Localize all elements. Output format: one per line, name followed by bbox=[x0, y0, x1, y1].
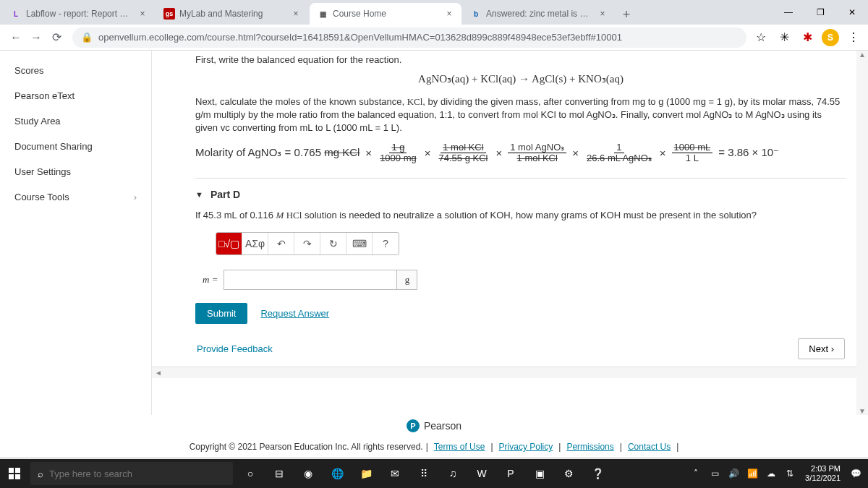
request-answer-link[interactable]: Request Answer bbox=[260, 308, 329, 319]
template-tool[interactable]: □√▢ bbox=[216, 233, 242, 254]
answer-row: m = g bbox=[203, 270, 846, 290]
volume-icon[interactable]: 🔊 bbox=[724, 459, 743, 488]
provide-feedback-link[interactable]: Provide Feedback bbox=[197, 343, 273, 354]
sidebar-item-etext[interactable]: Pearson eText bbox=[0, 83, 151, 108]
submit-button[interactable]: Submit bbox=[195, 303, 247, 324]
tab-favicon: gs bbox=[163, 8, 175, 20]
url-input[interactable]: 🔒 openvellum.ecollege.com/course.html?co… bbox=[72, 27, 746, 48]
tab-title: Course Home bbox=[333, 9, 440, 19]
chevron-right-icon: › bbox=[134, 192, 137, 202]
taskbar-search[interactable]: ⌕ bbox=[30, 462, 233, 485]
tab-favicon: b bbox=[470, 8, 482, 20]
back-button[interactable]: ← bbox=[6, 27, 26, 48]
contact-link[interactable]: Contact Us bbox=[628, 442, 671, 452]
browser-tab[interactable]: L Labflow - report: Report and Dat × bbox=[3, 3, 155, 25]
browser-tab-bar: L Labflow - report: Report and Dat × gs … bbox=[0, 0, 868, 25]
tab-close-icon[interactable]: × bbox=[137, 9, 148, 19]
network-icon[interactable]: 📶 bbox=[743, 459, 762, 488]
instruction-text: First, write the balanced equation for t… bbox=[195, 54, 846, 65]
settings-icon[interactable]: ⚙ bbox=[554, 459, 583, 488]
privacy-link[interactable]: Privacy Policy bbox=[499, 442, 553, 452]
word-icon[interactable]: W bbox=[467, 459, 496, 488]
greek-tool[interactable]: ΑΣφ bbox=[242, 233, 268, 254]
sidebar: Scores Pearson eText Study Area Document… bbox=[0, 51, 152, 415]
taskbar-clock[interactable]: 2:03 PM 3/12/2021 bbox=[799, 464, 846, 483]
next-button[interactable]: Next › bbox=[798, 338, 845, 359]
pearson-logo-icon: P bbox=[407, 419, 420, 432]
sidebar-item-study[interactable]: Study Area bbox=[0, 108, 151, 134]
mail-icon[interactable]: ✉ bbox=[380, 459, 409, 488]
camera-icon[interactable]: ▣ bbox=[525, 459, 554, 488]
triangle-down-icon: ▼ bbox=[195, 190, 203, 199]
part-d-header[interactable]: ▼ Part D bbox=[195, 189, 846, 200]
permissions-link[interactable]: Permissions bbox=[566, 442, 613, 452]
lock-icon: 🔒 bbox=[81, 32, 93, 43]
balanced-equation: AgNO₃(aq) + KCl(aq) → AgCl(s) + KNO₃(aq) bbox=[195, 72, 846, 85]
search-input[interactable] bbox=[49, 468, 226, 479]
browser-tab[interactable]: gs MyLab and Mastering × bbox=[156, 3, 308, 25]
menu-icon[interactable]: ⋮ bbox=[845, 29, 862, 46]
new-tab-button[interactable]: + bbox=[616, 4, 637, 25]
url-text: openvellum.ecollege.com/course.html?cour… bbox=[98, 32, 622, 43]
help-icon[interactable]: ❔ bbox=[583, 459, 612, 488]
onedrive-icon[interactable]: ☁ bbox=[762, 459, 780, 488]
tab-close-icon[interactable]: × bbox=[444, 9, 454, 19]
explanation-paragraph: Next, calculate the moles of the known s… bbox=[195, 95, 846, 135]
edge-icon[interactable]: 🌐 bbox=[323, 459, 352, 488]
reset-tool[interactable]: ↻ bbox=[320, 233, 346, 254]
answer-input[interactable] bbox=[224, 270, 397, 290]
svg-rect-2 bbox=[9, 474, 14, 479]
tab-favicon: L bbox=[10, 8, 22, 20]
spotify-icon[interactable]: ♫ bbox=[438, 459, 467, 488]
molarity-calculation: Molarity of AgNO₃ = 0.765 mg KCl × 1 g10… bbox=[195, 142, 846, 164]
tray-chevron-icon[interactable]: ˄ bbox=[686, 459, 705, 488]
tab-title: Answered: zinc metal is added to bbox=[486, 9, 593, 19]
minimize-button[interactable]: ― bbox=[773, 0, 804, 25]
undo-tool[interactable]: ↶ bbox=[268, 233, 294, 254]
sidebar-item-scores[interactable]: Scores bbox=[0, 58, 151, 83]
redo-tool[interactable]: ↷ bbox=[294, 233, 320, 254]
horizontal-scrollbar[interactable]: ◄► bbox=[152, 367, 868, 378]
extension-icon[interactable]: ✱ bbox=[799, 29, 816, 46]
sidebar-item-tools[interactable]: Course Tools› bbox=[0, 184, 151, 210]
restore-button[interactable]: ❐ bbox=[804, 0, 836, 25]
vertical-scrollbar[interactable]: ▲▼ bbox=[856, 51, 868, 415]
forward-button[interactable]: → bbox=[26, 27, 46, 48]
powerpoint-icon[interactable]: P bbox=[496, 459, 525, 488]
notifications-icon[interactable]: 💬 bbox=[846, 459, 865, 488]
tab-close-icon[interactable]: × bbox=[291, 9, 301, 19]
extension-icon[interactable]: ✳ bbox=[775, 29, 793, 46]
tab-close-icon[interactable]: × bbox=[597, 9, 608, 19]
profile-avatar[interactable]: S bbox=[822, 29, 839, 46]
tab-title: MyLab and Mastering bbox=[179, 9, 286, 19]
system-tray: ˄ ▭ 🔊 📶 ☁ ⇅ 2:03 PM 3/12/2021 💬 bbox=[686, 459, 868, 488]
terms-link[interactable]: Terms of Use bbox=[434, 442, 485, 452]
answer-unit: g bbox=[397, 270, 417, 290]
equation-toolbar: □√▢ ΑΣφ ↶ ↷ ↻ ⌨ ? bbox=[216, 232, 399, 255]
browser-tab-active[interactable]: ▦ Course Home × bbox=[310, 3, 461, 25]
page-body: Scores Pearson eText Study Area Document… bbox=[0, 51, 868, 415]
taskview-icon[interactable]: ⊟ bbox=[265, 459, 294, 488]
wifi-icon[interactable]: ⇅ bbox=[780, 459, 799, 488]
bookmark-icon[interactable]: ☆ bbox=[752, 29, 770, 46]
chrome-icon[interactable]: ◉ bbox=[294, 459, 323, 488]
close-window-button[interactable]: ✕ bbox=[836, 0, 868, 25]
browser-tab[interactable]: b Answered: zinc metal is added to × bbox=[463, 3, 615, 25]
battery-icon[interactable]: ▭ bbox=[705, 459, 724, 488]
reload-button[interactable]: ⟳ bbox=[46, 27, 67, 48]
content-area: First, write the balanced equation for t… bbox=[152, 51, 868, 415]
sidebar-item-sharing[interactable]: Document Sharing bbox=[0, 134, 151, 159]
keyboard-tool[interactable]: ⌨ bbox=[346, 233, 373, 254]
help-tool[interactable]: ? bbox=[373, 233, 399, 254]
dropbox-icon[interactable]: ⠿ bbox=[409, 459, 438, 488]
question-text: If 45.3 mL of 0.116 M HCl solution is ne… bbox=[195, 209, 846, 222]
answer-label: m = bbox=[203, 274, 218, 286]
start-button[interactable] bbox=[0, 459, 29, 488]
copyright-bar: Copyright © 2021 Pearson Education Inc. … bbox=[0, 437, 868, 457]
window-controls: ― ❐ ✕ bbox=[773, 0, 868, 25]
explorer-icon[interactable]: 📁 bbox=[352, 459, 380, 488]
svg-rect-0 bbox=[9, 468, 14, 473]
cortana-icon[interactable]: ○ bbox=[236, 459, 265, 488]
pearson-branding: P Pearson bbox=[0, 415, 868, 437]
sidebar-item-settings[interactable]: User Settings bbox=[0, 159, 151, 184]
